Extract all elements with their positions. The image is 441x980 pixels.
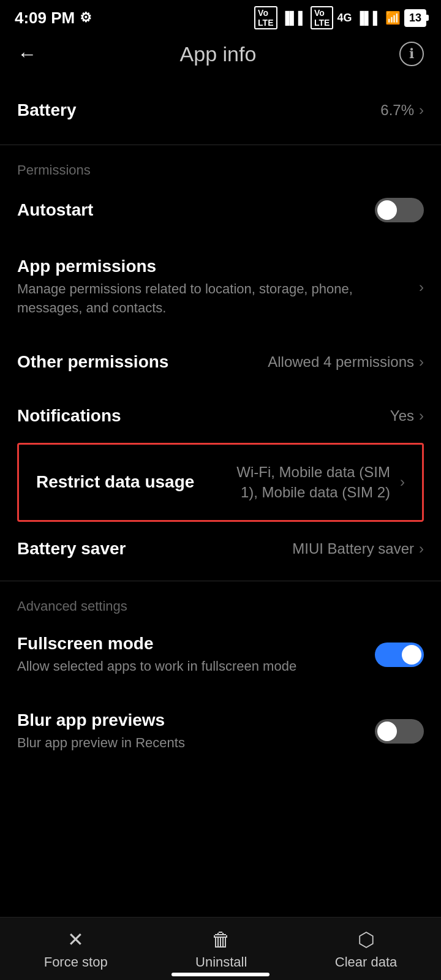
notifications-value: Yes (390, 407, 414, 424)
page-title: App info (180, 42, 257, 66)
blur-previews-subtitle: Blur app preview in Recents (17, 734, 375, 753)
other-permissions-right: Allowed 4 permissions › (268, 353, 424, 371)
app-permissions-row[interactable]: App permissions Manage permissions relat… (17, 239, 424, 335)
divider1 (0, 145, 441, 145)
signal-bars1: ▐▌▌ (281, 11, 307, 25)
volte-icon2: VoLTE (311, 6, 333, 29)
fullscreen-left: Fullscreen mode Allow selected apps to w… (17, 634, 375, 676)
notifications-chevron: › (419, 407, 424, 424)
notifications-right: Yes › (390, 407, 424, 424)
home-indicator[interactable] (172, 973, 270, 976)
battery-label: Battery (17, 100, 76, 120)
4g-label: 4G (337, 12, 352, 24)
uninstall-button[interactable]: 🗑 Uninstall (195, 930, 247, 970)
clear-data-button[interactable]: ⬡ Clear data (335, 930, 398, 970)
notifications-left: Notifications (17, 406, 380, 426)
battery-saver-right: MIUI Battery saver › (292, 540, 424, 557)
autostart-left: Autostart (17, 200, 375, 220)
signal-bars2: ▐▌▌ (355, 11, 382, 25)
battery-saver-chevron: › (419, 540, 424, 557)
fullscreen-subtitle: Allow selected apps to work in fullscree… (17, 657, 375, 676)
other-permissions-chevron: › (419, 353, 424, 371)
restrict-data-right: Wi-Fi, Mobile data (SIM 1), Mobile data … (233, 462, 405, 503)
other-permissions-title: Other permissions (17, 352, 258, 372)
permissions-section: Autostart App permissions Manage permiss… (0, 181, 441, 576)
battery-value: 6.7% (380, 102, 414, 119)
fullscreen-row[interactable]: Fullscreen mode Allow selected apps to w… (17, 617, 424, 693)
fullscreen-knob (402, 645, 421, 665)
uninstall-label: Uninstall (195, 954, 247, 970)
other-permissions-left: Other permissions (17, 352, 258, 372)
restrict-data-chevron: › (400, 472, 405, 492)
app-permissions-subtitle: Manage permissions related to location, … (17, 280, 409, 318)
blur-previews-toggle[interactable] (375, 719, 424, 744)
blur-previews-left: Blur app previews Blur app preview in Re… (17, 710, 375, 753)
force-stop-label: Force stop (44, 954, 108, 970)
battery-value-area: 6.7% › (380, 102, 424, 119)
status-bar: 4:09 PM ⚙ VoLTE ▐▌▌ VoLTE 4G ▐▌▌ 📶 13 (0, 0, 441, 32)
app-permissions-chevron: › (419, 279, 424, 296)
autostart-label: Autostart (17, 200, 375, 220)
battery-saver-title: Battery saver (17, 539, 282, 559)
status-right: VoLTE ▐▌▌ VoLTE 4G ▐▌▌ 📶 13 (254, 6, 426, 29)
force-stop-icon: ✕ (67, 930, 84, 949)
restrict-data-left: Restrict data usage (36, 472, 224, 492)
blur-previews-row[interactable]: Blur app previews Blur app preview in Re… (17, 693, 424, 770)
info-button[interactable]: ℹ (399, 42, 424, 66)
restrict-data-value: Wi-Fi, Mobile data (SIM 1), Mobile data … (233, 462, 390, 503)
battery-indicator: 13 (404, 9, 426, 27)
header: ← App info ℹ (0, 32, 441, 81)
bottom-bar: ✕ Force stop 🗑 Uninstall ⬡ Clear data (0, 917, 441, 980)
battery-saver-value: MIUI Battery saver (292, 540, 414, 557)
divider2 (0, 581, 441, 581)
uninstall-icon: 🗑 (211, 930, 231, 949)
app-permissions-title: App permissions (17, 257, 409, 276)
info-icon: ℹ (409, 46, 414, 62)
notifications-title: Notifications (17, 406, 380, 426)
advanced-section: Fullscreen mode Allow selected apps to w… (0, 617, 441, 770)
restrict-data-row[interactable]: Restrict data usage Wi-Fi, Mobile data (… (17, 443, 424, 522)
battery-chevron: › (419, 102, 424, 119)
blur-previews-title: Blur app previews (17, 710, 375, 730)
time: 4:09 PM (15, 9, 75, 28)
autostart-toggle[interactable] (375, 198, 424, 222)
notifications-row[interactable]: Notifications Yes › (17, 389, 424, 443)
app-permissions-right: › (419, 279, 424, 296)
clear-data-icon: ⬡ (358, 930, 375, 949)
wifi-icon: 📶 (385, 10, 401, 25)
status-left: 4:09 PM ⚙ (15, 9, 92, 28)
clear-data-label: Clear data (335, 954, 398, 970)
restrict-data-title: Restrict data usage (36, 472, 224, 492)
advanced-section-label: Advanced settings (0, 586, 441, 617)
fullscreen-title: Fullscreen mode (17, 634, 375, 654)
autostart-knob (377, 200, 397, 220)
app-permissions-left: App permissions Manage permissions relat… (17, 257, 409, 318)
force-stop-button[interactable]: ✕ Force stop (44, 930, 108, 970)
permissions-section-label: Permissions (0, 150, 441, 181)
settings-icon: ⚙ (80, 10, 92, 26)
battery-saver-left: Battery saver (17, 539, 282, 559)
blur-previews-knob (377, 722, 397, 741)
autostart-row[interactable]: Autostart (17, 181, 424, 239)
battery-row[interactable]: Battery 6.7% › (0, 81, 441, 140)
battery-saver-row[interactable]: Battery saver MIUI Battery saver › (17, 522, 424, 576)
other-permissions-value: Allowed 4 permissions (268, 353, 414, 371)
fullscreen-toggle[interactable] (375, 643, 424, 667)
back-button[interactable]: ← (17, 43, 37, 66)
volte-icon1: VoLTE (254, 6, 277, 29)
other-permissions-row[interactable]: Other permissions Allowed 4 permissions … (17, 335, 424, 389)
